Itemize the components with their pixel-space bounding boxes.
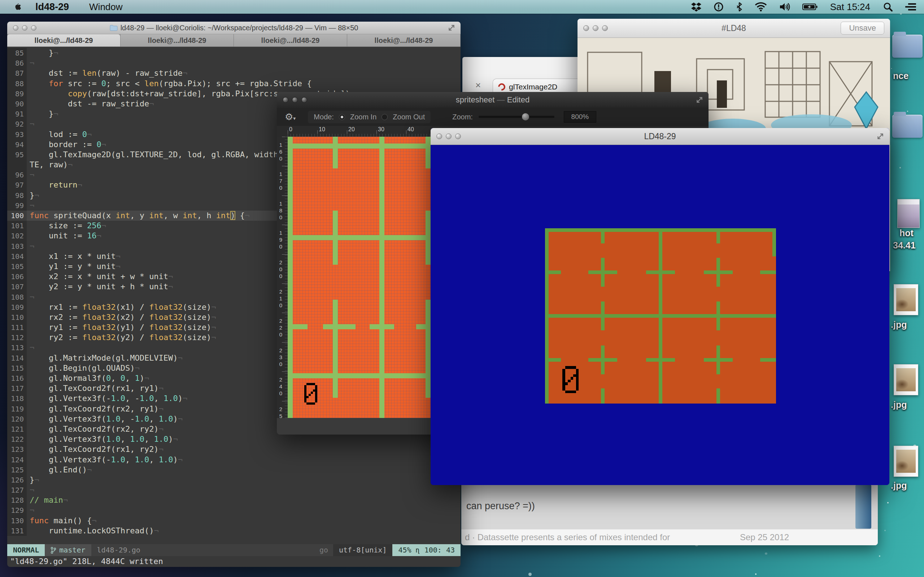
desktop-icon-label[interactable]: .jpg bbox=[891, 400, 907, 410]
photo-icon[interactable] bbox=[894, 364, 918, 395]
zoom-value-field[interactable]: 800% bbox=[564, 111, 596, 122]
close-button[interactable] bbox=[13, 25, 18, 31]
scrollbar-thumb[interactable] bbox=[855, 485, 871, 529]
zoom-in-radio[interactable] bbox=[339, 114, 345, 120]
wifi-icon[interactable] bbox=[755, 2, 767, 11]
grid-mark bbox=[646, 358, 675, 362]
line-number: 131 bbox=[7, 526, 27, 536]
close-button[interactable] bbox=[436, 134, 442, 139]
grid-mark bbox=[772, 228, 776, 256]
desktop-icon-label[interactable]: hot bbox=[900, 228, 914, 239]
line-number: 99 bbox=[7, 200, 27, 211]
zoom-out-radio[interactable] bbox=[381, 114, 388, 120]
browser-tab-label: glTexImage2D bbox=[509, 82, 557, 91]
grid-mark bbox=[426, 300, 431, 398]
line-number: 116 bbox=[7, 373, 27, 384]
desktop-icon-label[interactable]: .jpg bbox=[891, 480, 907, 491]
unsave-button[interactable]: Unsave bbox=[841, 22, 884, 35]
grid-mark bbox=[333, 137, 338, 168]
minimize-button[interactable] bbox=[446, 134, 452, 139]
menu-clock[interactable]: Sat 15:24 bbox=[830, 2, 870, 13]
game-viewport[interactable] bbox=[431, 145, 889, 485]
grid-mark bbox=[323, 324, 355, 329]
desktop-icon-label[interactable]: .jpg bbox=[891, 319, 907, 330]
browser-window-fragment[interactable]: × glTexImage2D bbox=[462, 57, 587, 95]
bluetooth-icon[interactable] bbox=[736, 2, 743, 12]
minimize-button[interactable] bbox=[22, 25, 27, 31]
folder-icon[interactable] bbox=[892, 35, 922, 58]
dropbox-icon[interactable] bbox=[691, 2, 701, 11]
irc-titlebar[interactable]: #LD48 Unsave bbox=[577, 19, 890, 38]
grid-mark bbox=[601, 301, 604, 330]
ruler-tick-label: 2 1 0 bbox=[277, 288, 285, 309]
close-button[interactable] bbox=[283, 97, 288, 103]
window-controls[interactable] bbox=[13, 25, 36, 31]
game-window[interactable]: LD48-29 bbox=[431, 128, 889, 485]
zoom-slider-knob[interactable] bbox=[522, 113, 529, 121]
line-number: 107 bbox=[7, 282, 27, 292]
ruler-tick-label: 2 2 0 bbox=[277, 318, 285, 338]
zoom-button[interactable] bbox=[455, 134, 461, 139]
folder-icon bbox=[110, 24, 118, 31]
sync-alert-icon[interactable] bbox=[714, 2, 724, 12]
ruler-tick-label: 1 6 0 bbox=[277, 141, 285, 162]
desktop-icon-label[interactable]: 34.41 bbox=[893, 240, 916, 251]
code-line: 85 }¬ bbox=[7, 48, 460, 58]
minimize-button[interactable] bbox=[593, 25, 598, 31]
zoom-button[interactable] bbox=[301, 97, 307, 103]
ruler-corner bbox=[277, 126, 288, 137]
photo-icon[interactable] bbox=[894, 446, 918, 477]
minimize-button[interactable] bbox=[292, 97, 298, 103]
gear-icon[interactable]: ⚙▾ bbox=[285, 111, 296, 122]
terminal-tab-bar: lloeki@.../ld48-29lloeki@.../ld48-29lloe… bbox=[7, 34, 460, 47]
code-line: 86¬ bbox=[7, 58, 460, 68]
chat-row: d · Datassette presents a series of mixe… bbox=[461, 529, 878, 545]
menu-item-window[interactable]: Window bbox=[89, 2, 122, 13]
screenshot-icon[interactable] bbox=[897, 199, 920, 228]
spritesheet-titlebar[interactable]: spritesheet — Edited bbox=[277, 92, 709, 108]
zoom-slider[interactable] bbox=[478, 116, 554, 118]
line-number: 124 bbox=[7, 455, 27, 465]
close-button[interactable] bbox=[583, 25, 589, 31]
ruler-tick-label: 0 bbox=[289, 126, 292, 133]
zoom-button[interactable] bbox=[31, 25, 36, 31]
code-line: 125 gl.End()¬ bbox=[7, 465, 460, 475]
line-number: 125 bbox=[7, 465, 27, 475]
battery-icon[interactable] bbox=[802, 3, 817, 11]
folder-icon[interactable] bbox=[892, 115, 922, 138]
desktop-icon-label[interactable]: nce bbox=[893, 71, 908, 81]
apple-menu[interactable] bbox=[12, 2, 22, 12]
vim-filetype: go bbox=[314, 544, 333, 556]
window-controls[interactable] bbox=[283, 97, 307, 103]
vim-encoding: utf-8[unix] bbox=[333, 544, 393, 556]
spotlight-icon[interactable] bbox=[883, 2, 893, 12]
fullscreen-icon[interactable] bbox=[876, 132, 884, 140]
ruler-tick-label: 10 bbox=[319, 126, 325, 133]
terminal-tab[interactable]: lloeki@.../ld48-29 bbox=[7, 34, 121, 47]
volume-icon[interactable] bbox=[779, 2, 790, 11]
zoom-button[interactable] bbox=[602, 25, 608, 31]
line-number: 117 bbox=[7, 384, 27, 393]
fullscreen-icon[interactable] bbox=[696, 96, 703, 104]
menu-app-name[interactable]: ld48-29 bbox=[36, 2, 69, 13]
code-line: 123 gl.TexCoord2f(rx1, ry2)¬ bbox=[7, 444, 460, 455]
window-controls[interactable] bbox=[583, 25, 608, 31]
photo-icon[interactable] bbox=[894, 284, 918, 315]
line-number: 122 bbox=[7, 434, 27, 444]
line-number: 100 bbox=[7, 211, 27, 221]
line-number: 96 bbox=[7, 170, 27, 180]
code-line: 87 dst := len(raw) - raw_stride¬ bbox=[7, 68, 460, 78]
fullscreen-icon[interactable] bbox=[447, 24, 456, 32]
terminal-titlebar[interactable]: ld48-29 — lloeki@Coriolis: ~/Workspace/p… bbox=[7, 22, 460, 34]
ruler-tick-label: 2 4 0 bbox=[277, 376, 285, 397]
notification-center-icon[interactable] bbox=[905, 3, 916, 11]
tab-close-icon[interactable]: × bbox=[475, 80, 481, 91]
terminal-tab[interactable]: lloeki@.../ld48-29 bbox=[347, 34, 460, 47]
menu-bar: ld48-29 Window Sat 15:24 bbox=[0, 0, 924, 14]
terminal-tab[interactable]: lloeki@.../ld48-29 bbox=[121, 34, 234, 47]
game-titlebar[interactable]: LD48-29 bbox=[431, 128, 889, 145]
chat-window-fragment[interactable]: can peruse? =)) d · Datassette presents … bbox=[461, 483, 878, 545]
line-number: 130 bbox=[7, 516, 27, 526]
terminal-tab[interactable]: lloeki@.../ld48-29 bbox=[234, 34, 347, 47]
window-controls[interactable] bbox=[436, 134, 461, 139]
